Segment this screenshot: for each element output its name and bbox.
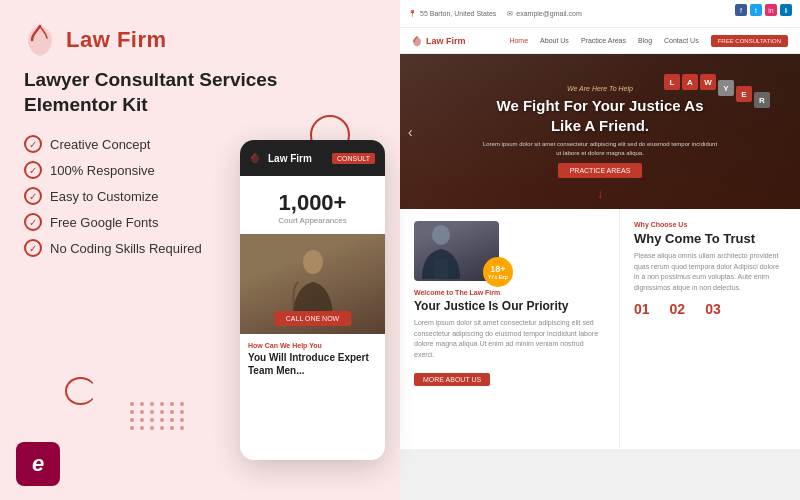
why-heading: Why Come To Trust (634, 231, 786, 246)
left-panel: Law Firm Lawyer Consultant Services Elem… (0, 0, 400, 500)
desktop-address: 📍 55 Barton, United States ✉ example@gma… (408, 10, 582, 18)
svg-rect-2 (434, 259, 448, 279)
tagline-line2: Elementor Kit (24, 93, 376, 118)
lawyer-silhouette-icon (414, 221, 469, 281)
letter-Y: Y (718, 80, 734, 96)
phone-stat-number: 1,000+ (248, 190, 377, 216)
letter-E: E (736, 86, 752, 102)
instagram-icon: in (765, 4, 777, 16)
phone-stat-label: Court Appearances (248, 216, 377, 226)
letter-R: R (754, 92, 770, 108)
facebook-icon: f (735, 4, 747, 16)
desktop-logo-icon (412, 35, 422, 47)
phone-stat: 1,000+ Court Appearances (240, 176, 385, 234)
feature-label: No Coding Skills Required (50, 241, 202, 256)
nav-home[interactable]: Home (509, 37, 528, 44)
justice-text: Welcome to The Law Firm Your Justice Is … (414, 289, 605, 386)
nav-contact[interactable]: Contact Us (664, 37, 699, 44)
justice-desc: Lorem ipsum dolor sit amet consectetur a… (414, 318, 605, 360)
phone-bottom-text: How Can We Help You You Will Introduce E… (240, 334, 385, 385)
experience-badge: 18+ Yr's Exp (483, 257, 513, 287)
phone-brand: Law Firm (268, 153, 312, 164)
check-icon: ✓ (24, 187, 42, 205)
letter-L: L (664, 74, 680, 90)
check-icon: ✓ (24, 135, 42, 153)
hero-desc: Lorem ipsum dolor sit amet consectetur a… (483, 140, 717, 157)
hero-prev-arrow[interactable]: ‹ (408, 124, 413, 140)
check-icon: ✓ (24, 161, 42, 179)
why-number: 02 (670, 301, 686, 317)
phone-heading: You Will Introduce Expert Team Men... (248, 351, 377, 377)
brand-name: Law Firm (66, 27, 167, 53)
why-number: 01 (634, 301, 650, 317)
navbar: Law Firm Home About Us Practice Areas Bl… (400, 28, 800, 54)
brand-row: Law Firm (24, 22, 376, 58)
svg-point-0 (303, 250, 323, 274)
brand-logo-icon (24, 22, 56, 58)
twitter-icon: t (750, 4, 762, 16)
phone-consult-btn: CONSULT (332, 153, 375, 164)
letter-W: W (700, 74, 716, 90)
bottom-section: 18+ Yr's Exp Welcome to The Law Firm You… (400, 209, 800, 449)
right-panel: 📍 55 Barton, United States ✉ example@gma… (400, 0, 800, 500)
tagline-line1: Lawyer Consultant Services (24, 68, 376, 93)
svg-point-1 (432, 225, 450, 245)
tagline-block: Lawyer Consultant Services Elementor Kit (24, 68, 376, 117)
why-label: Why Choose Us (634, 221, 786, 228)
why-num-02: 02 (670, 301, 686, 317)
why-desc: Please aliqua omnis ullam architecto pro… (634, 251, 786, 293)
justice-content: 18+ Yr's Exp (414, 221, 605, 289)
desktop-logo-text: Law Firm (426, 36, 466, 46)
check-icon: ✓ (24, 213, 42, 231)
feature-label: Creative Concept (50, 137, 150, 152)
practice-areas-button[interactable]: PRACTICE AREAS (558, 163, 643, 178)
check-icon: ✓ (24, 239, 42, 257)
experience-number: 18+ (490, 264, 505, 274)
desktop-header: 📍 55 Barton, United States ✉ example@gma… (400, 0, 800, 28)
justice-section: 18+ Yr's Exp Welcome to The Law Firm You… (400, 209, 620, 449)
why-number: 03 (705, 301, 721, 317)
letter-A: A (682, 74, 698, 90)
dots-decoration (130, 402, 186, 430)
feature-label: Free Google Fonts (50, 215, 158, 230)
why-num-03: 03 (705, 301, 721, 317)
consult-button[interactable]: FREE CONSULTATION (711, 35, 788, 47)
feature-label: 100% Responsive (50, 163, 155, 178)
phone-call-button[interactable]: CALL ONE NOW (274, 311, 351, 326)
letter-blocks: L A W Y E R (664, 74, 770, 108)
justice-heading: Your Justice Is Our Priority (414, 299, 605, 313)
nav-blog[interactable]: Blog (638, 37, 652, 44)
why-numbers: 01 02 03 (634, 301, 786, 317)
linkedin-icon: li (780, 4, 792, 16)
nav-about[interactable]: About Us (540, 37, 569, 44)
more-about-button[interactable]: MORE ABOUT US (414, 373, 490, 386)
circle-decoration-2 (65, 377, 96, 405)
address-icon: 📍 (408, 10, 417, 18)
email-icon: ✉ (507, 10, 513, 18)
why-trust-section: Why Choose Us Why Come To Trust Please a… (620, 209, 800, 449)
desktop-nav: Home About Us Practice Areas Blog Contac… (509, 35, 788, 47)
social-icons-row: f t in li (735, 4, 792, 16)
hero-down-arrow[interactable]: ↓ (597, 187, 603, 201)
phone-image-area: CALL ONE NOW (240, 234, 385, 334)
feature-label: Easy to Customize (50, 189, 158, 204)
phone-header: Law Firm CONSULT (240, 140, 385, 176)
phone-intro-label: How Can We Help You (248, 342, 377, 349)
hero-section: ‹ We Are Here To Help We Fight For Your … (400, 54, 800, 209)
why-num-01: 01 (634, 301, 650, 317)
phone-mockup: Law Firm CONSULT 1,000+ Court Appearance… (240, 140, 385, 460)
phone-logo-icon (250, 152, 260, 164)
experience-suffix: Yr's Exp (488, 274, 508, 280)
elementor-badge: e (16, 442, 60, 486)
elementor-icon: e (32, 451, 44, 477)
welcome-label: Welcome to The Law Firm (414, 289, 605, 296)
nav-practice[interactable]: Practice Areas (581, 37, 626, 44)
desktop-logo-area: Law Firm (412, 35, 466, 47)
